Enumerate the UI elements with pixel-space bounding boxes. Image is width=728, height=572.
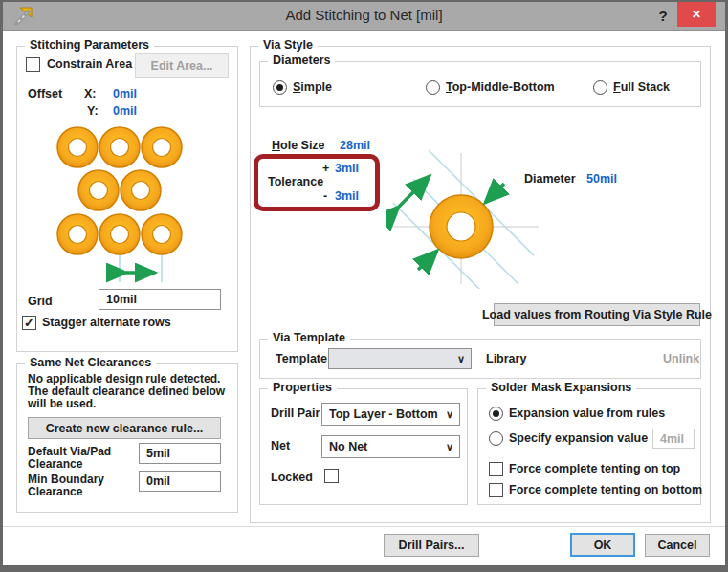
help-button[interactable]: ? [653, 5, 673, 28]
tenting-bottom-checkbox[interactable] [489, 483, 503, 497]
tolerance-minus-value: 3mil [335, 189, 359, 203]
template-dropdown[interactable]: ∨ [328, 348, 472, 369]
net-dropdown[interactable]: No Net ∨ [321, 435, 460, 458]
create-clearance-rule-button[interactable]: Create new clearance rule... [28, 417, 221, 439]
edit-area-button[interactable]: Edit Area... [135, 53, 229, 78]
close-button[interactable]: ✕ [677, 2, 716, 27]
offset-x-label: X: [84, 87, 97, 100]
create-clearance-rule-label: Create new clearance rule... [46, 422, 204, 435]
clearance-notice: No applicable design rule detected. The … [28, 373, 231, 410]
same-net-clearances-title: Same Net Clearances [25, 356, 156, 369]
chevron-down-icon: ∨ [440, 408, 459, 421]
specify-expansion-input[interactable]: 4mil [652, 429, 695, 449]
via-template-title: Via Template [268, 331, 350, 344]
via-style-title: Via Style [258, 38, 318, 52]
template-label: Template [276, 352, 327, 365]
locked-checkbox[interactable] [324, 469, 339, 483]
properties-title: Properties [268, 381, 337, 394]
via-diagram-image [386, 145, 539, 289]
constrain-area-label: Constrain Area [47, 57, 132, 71]
drill-pairs-label: Drill Pairs... [399, 539, 465, 552]
drill-pair-label: Drill Pair [271, 407, 320, 420]
radio-expansion-from-rules[interactable] [489, 407, 503, 421]
radio-full-stack[interactable] [593, 80, 607, 95]
hole-size-value: 28mil [340, 139, 370, 152]
tolerance-plus-sign: + [322, 162, 329, 175]
tenting-top-label: Force complete tenting on top [509, 462, 680, 475]
specify-expansion-value: 4mil [660, 432, 684, 446]
close-icon: ✕ [692, 8, 701, 21]
min-boundary-value: 0mil [146, 474, 170, 488]
chevron-down-icon: ∨ [440, 441, 459, 453]
specify-expansion-label: Specify expansion value [509, 431, 648, 445]
offset-y-value: 0mil [113, 104, 137, 118]
ok-button[interactable]: OK [570, 533, 635, 557]
dialog-title: Add Stitching to Net [mil] [3, 7, 725, 23]
edit-area-label: Edit Area... [151, 59, 213, 73]
check-icon: ✓ [24, 316, 34, 330]
titlebar: Add Stitching to Net [mil] ? ✕ [3, 2, 725, 31]
offset-label: Offset [28, 87, 62, 100]
grid-label: Grid [28, 295, 53, 308]
min-boundary-input[interactable]: 0mil [139, 471, 221, 492]
net-label: Net [271, 439, 290, 452]
min-boundary-label-1: Min Boundary [28, 473, 104, 486]
diameters-title: Diameters [268, 54, 335, 67]
ok-label: OK [594, 539, 612, 552]
tolerance-label: Tolerance [268, 175, 323, 188]
locked-label: Locked [271, 471, 313, 484]
tolerance-plus-value: 3mil [335, 162, 359, 175]
solder-mask-title: Solder Mask Expansions [486, 381, 636, 394]
drill-pair-dropdown[interactable]: Top Layer - Bottom Lay... ∨ [321, 403, 460, 426]
add-stitching-dialog: Add Stitching to Net [mil] ? ✕ Stitching… [0, 0, 728, 572]
radio-specify-expansion[interactable] [489, 431, 503, 446]
tolerance-minus-sign: - [323, 189, 327, 203]
default-clearance-value: 5mil [146, 447, 170, 460]
constrain-area-checkbox[interactable] [26, 57, 40, 72]
radio-top-middle-bottom-label: Top-Middle-Bottom [446, 80, 555, 94]
default-clearance-label-1: Default Via/Pad [28, 445, 111, 458]
offset-x-value: 0mil [113, 87, 137, 100]
drill-pairs-button[interactable]: Drill Pairs... [384, 534, 479, 557]
tenting-bottom-label: Force complete tenting on bottom [509, 483, 702, 496]
expansion-from-rules-label: Expansion value from rules [509, 407, 665, 420]
chevron-down-icon: ∨ [452, 353, 471, 365]
hole-size-label: Hole Size [272, 139, 325, 152]
default-clearance-input[interactable]: 5mil [139, 443, 221, 464]
stitching-pattern-image [27, 121, 228, 286]
library-label: Library [486, 352, 526, 365]
stagger-label: Stagger alternate rows [42, 316, 171, 329]
load-values-button[interactable]: Load values from Routing Via Style Rule [494, 303, 700, 326]
unlink-link[interactable]: Unlink [663, 352, 699, 365]
net-value: No Net [329, 440, 440, 453]
stitching-parameters-title: Stitching Parameters [25, 38, 154, 52]
tenting-top-checkbox[interactable] [489, 462, 503, 476]
radio-full-stack-label: Full Stack [613, 80, 670, 94]
cancel-button[interactable]: Cancel [645, 534, 710, 557]
radio-simple[interactable] [273, 80, 287, 95]
cancel-label: Cancel [658, 539, 697, 552]
footer-divider [3, 526, 725, 527]
stagger-checkbox[interactable]: ✓ [22, 316, 36, 330]
diameter-value: 50mil [586, 172, 617, 186]
load-values-label: Load values from Routing Via Style Rule [482, 308, 712, 321]
diameter-label: Diameter [524, 172, 576, 186]
default-clearance-label-2: Clearance [28, 457, 82, 471]
radio-top-middle-bottom[interactable] [426, 80, 440, 95]
radio-simple-label: Simple [293, 80, 332, 94]
offset-y-label: Y: [87, 104, 99, 118]
grid-input[interactable]: 10mil [99, 289, 221, 310]
drill-pair-value: Top Layer - Bottom Lay... [329, 407, 440, 421]
grid-value: 10mil [106, 293, 137, 306]
min-boundary-label-2: Clearance [28, 485, 82, 498]
